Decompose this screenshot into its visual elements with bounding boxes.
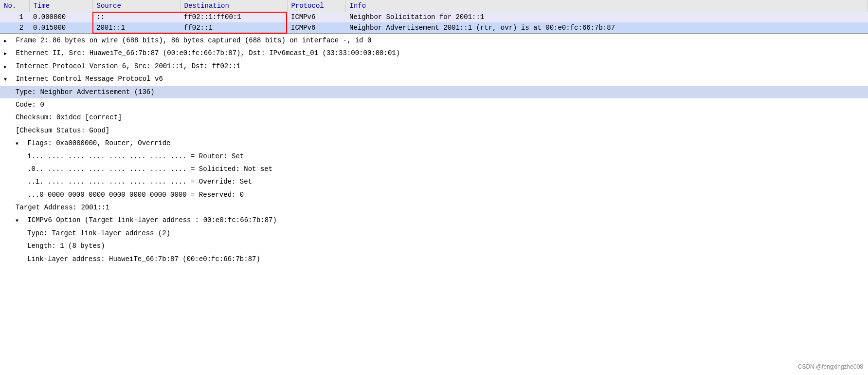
cell-no: 2 [0, 22, 29, 34]
frame-arrow[interactable] [4, 35, 12, 46]
watermark: CSDN @fengxingzhe008 [798, 363, 863, 370]
detail-row-flags[interactable]: Flags: 0xa0000000, Router, Override [0, 137, 868, 150]
cell-protocol: ICMPv6 [287, 22, 345, 34]
packet-detail-panel: Frame 2: 86 bytes on wire (688 bits), 86… [0, 34, 868, 265]
detail-row-checksum_status[interactable]: [Checksum Status: Good] [0, 124, 868, 137]
ethernet-arrow[interactable] [4, 48, 12, 58]
detail-row-router_flag[interactable]: 1... .... .... .... .... .... .... .... … [0, 150, 868, 163]
cell-info: Neighbor Advertisement 2001::1 (rtr, ovr… [345, 22, 868, 34]
cell-info: Neighbor Solicitation for 2001::1 [345, 12, 868, 22]
table-row[interactable]: 2 0.015000 2001::1 ff02::1 ICMPv6 Neighb… [0, 22, 868, 34]
cell-source: 2001::1 [92, 22, 180, 34]
ipv6-arrow[interactable] [4, 61, 12, 72]
detail-row-option_length[interactable]: Length: 1 (8 bytes) [0, 240, 868, 252]
flags-arrow[interactable] [16, 138, 23, 149]
col-no: No. [0, 0, 29, 12]
detail-row-override_flag[interactable]: ..1. .... .... .... .... .... .... .... … [0, 175, 868, 188]
cell-source: :: [92, 12, 180, 22]
col-time: Time [29, 0, 92, 12]
detail-row-link_layer_addr[interactable]: Link-layer address: HuaweiTe_66:7b:87 (0… [0, 253, 868, 265]
packet-list: No. Time Source Destination Protocol Inf… [0, 0, 868, 34]
detail-row-reserved_flag[interactable]: ...0 0000 0000 0000 0000 0000 0000 0000 … [0, 188, 868, 201]
table-header-row: No. Time Source Destination Protocol Inf… [0, 0, 868, 12]
col-info: Info [345, 0, 868, 12]
detail-row-checksum[interactable]: Checksum: 0x1dcd [correct] [0, 111, 868, 124]
table-row[interactable]: 1 0.000000 :: ff02::1:ff00:1 ICMPv6 Neig… [0, 12, 868, 22]
col-destination: Destination [180, 0, 287, 12]
cell-destination: ff02::1:ff00:1 [180, 12, 287, 22]
cell-no: 1 [0, 12, 29, 22]
col-protocol: Protocol [287, 0, 345, 12]
detail-row-icmpv6[interactable]: Internet Control Message Protocol v6 [0, 73, 868, 85]
cell-time: 0.000000 [29, 12, 92, 22]
detail-row-option_type[interactable]: Type: Target link-layer address (2) [0, 227, 868, 240]
icmpv6-arrow[interactable] [4, 74, 12, 84]
detail-row-solicited_flag[interactable]: .0.. .... .... .... .... .... .... .... … [0, 163, 868, 175]
cell-destination: ff02::1 [180, 22, 287, 34]
col-source: Source [92, 0, 180, 12]
cell-time: 0.015000 [29, 22, 92, 34]
detail-row-code[interactable]: Code: 0 [0, 98, 868, 111]
cell-protocol: ICMPv6 [287, 12, 345, 22]
detail-row-icmpv6_option[interactable]: ICMPv6 Option (Target link-layer address… [0, 214, 868, 226]
detail-row-target_address[interactable]: Target Address: 2001::1 [0, 201, 868, 214]
detail-row-type[interactable]: Type: Neighbor Advertisement (136) [0, 86, 868, 98]
icmpv6_option-arrow[interactable] [16, 215, 23, 225]
detail-row-ipv6[interactable]: Internet Protocol Version 6, Src: 2001::… [0, 60, 868, 73]
packet-table: No. Time Source Destination Protocol Inf… [0, 0, 868, 34]
detail-row-frame[interactable]: Frame 2: 86 bytes on wire (688 bits), 86… [0, 34, 868, 47]
detail-row-ethernet[interactable]: Ethernet II, Src: HuaweiTe_66:7b:87 (00:… [0, 47, 868, 59]
